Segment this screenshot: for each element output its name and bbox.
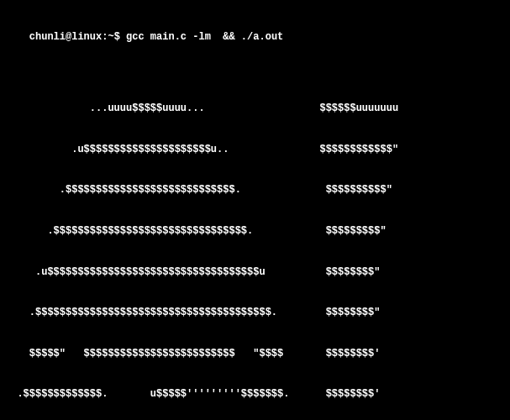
terminal-window[interactable]: chunli@linux:~$ gcc main.c -lm && ./a.ou… [5,3,505,420]
ascii-art-output: ...uuuu$$$$$uuuu... $$$$$$uuuuuuu .u$$$$… [5,75,505,420]
prompt-path: ~ [108,31,113,43]
ascii-line: .$$$$$$$$$$$$$$$$$$$$$$$$$$$$$$$$$$$$$$$… [5,306,505,319]
command-prompt-line-1: chunli@linux:~$ gcc main.c -lm && ./a.ou… [5,31,283,56]
ascii-line: $$$$$" $$$$$$$$$$$$$$$$$$$$$$$$$ "$$$$ $… [5,347,505,360]
ascii-line: .$$$$$$$$$$$$$. u$$$$$'''''''''$$$$$$$. … [5,387,505,401]
ascii-line: .$$$$$$$$$$$$$$$$$$$$$$$$$$$$$$$$. $$$$$… [5,224,505,238]
command-text: gcc main.c -lm && ./a.out [126,31,283,43]
ascii-line: .u$$$$$$$$$$$$$$$$$$$$$u.. $$$$$$$$$$$$" [5,143,505,156]
ascii-line: .$$$$$$$$$$$$$$$$$$$$$$$$$$$$. $$$$$$$$$… [5,183,505,197]
ascii-line: .u$$$$$$$$$$$$$$$$$$$$$$$$$$$$$$$$$$$u $… [5,265,505,279]
ascii-line: ...uuuu$$$$$uuuu... $$$$$$uuuuuuu [5,102,505,115]
prompt-user-host: chunli@linux [29,31,102,43]
prompt-symbol: $ [114,31,126,43]
